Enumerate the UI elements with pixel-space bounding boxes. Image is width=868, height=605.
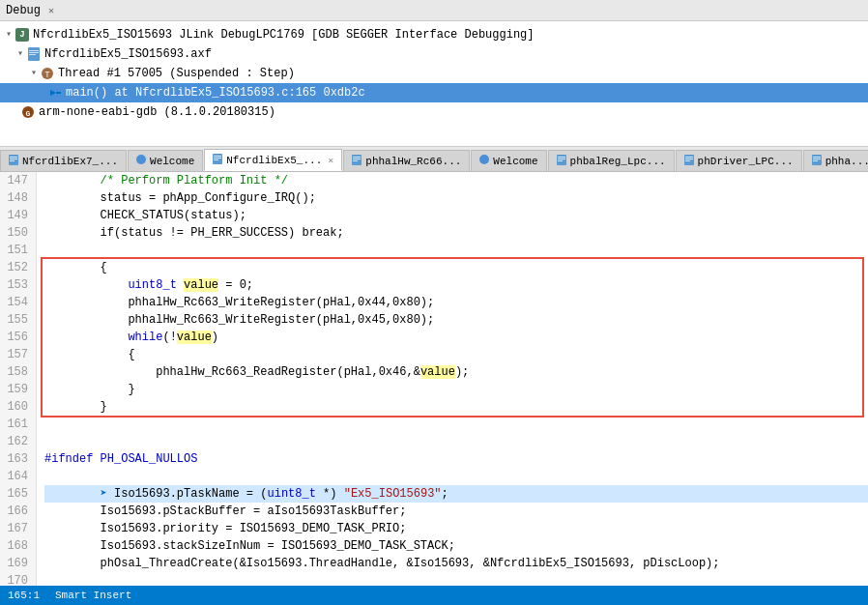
- tree-item-gdb[interactable]: Garm-none-eabi-gdb (8.1.0.20180315): [0, 102, 868, 122]
- tree-icon-links: J: [14, 27, 30, 43]
- line-number-151: 151: [4, 242, 28, 259]
- line-numbers: 1471481491501511521531541551561571581591…: [0, 172, 37, 586]
- code-line-155: phhalHw_Rc663_WriteRegister(pHal,0x45,0x…: [44, 311, 868, 329]
- code-line-164: [44, 468, 868, 485]
- line-number-165: 165: [4, 485, 28, 503]
- code-line-149: CHECK_STATUS(status);: [44, 207, 868, 224]
- tree-item-root[interactable]: ▾JNfcrdlibEx5_ISO15693 JLink DebugLPC176…: [0, 25, 868, 44]
- tab-label: NfcrdlibEx7_...: [22, 156, 118, 167]
- tab-phbalReg[interactable]: phbalReg_Lpc...: [548, 150, 675, 171]
- line-number-157: 157: [4, 346, 28, 363]
- tab-icon-file: [352, 155, 362, 168]
- code-line-156: while(!value): [44, 329, 868, 346]
- svg-rect-7: [56, 92, 61, 94]
- tab-bar: NfcrdlibEx7_...WelcomeNfcrdlibEx5_...✕ph…: [0, 147, 868, 172]
- svg-rect-2: [29, 52, 39, 53]
- svg-rect-14: [213, 154, 222, 164]
- tab-phha2[interactable]: phha...: [803, 150, 868, 171]
- svg-rect-12: [10, 158, 17, 159]
- tab-icon-file: [684, 155, 694, 168]
- line-number-170: 170: [4, 572, 28, 586]
- svg-rect-20: [353, 158, 361, 159]
- tree-label: NfcrdlibEx5_ISO15693.axf: [44, 45, 212, 63]
- tree-icon-file: [26, 46, 42, 62]
- code-line-150: if(status != PH_ERR_SUCCESS) break;: [44, 224, 868, 242]
- svg-rect-16: [214, 158, 221, 158]
- svg-rect-18: [352, 155, 362, 165]
- svg-rect-30: [812, 155, 822, 165]
- code-line-159: }: [44, 381, 868, 398]
- svg-marker-6: [50, 90, 56, 96]
- svg-rect-25: [558, 160, 563, 161]
- toolbar-title: Debug ✕: [6, 4, 54, 17]
- chevron-icon: ▾: [17, 45, 23, 63]
- code-line-151: [44, 242, 868, 259]
- code-area: 1471481491501511521531541551561571581591…: [0, 172, 868, 586]
- svg-rect-24: [558, 158, 565, 159]
- svg-rect-26: [684, 155, 694, 165]
- code-line-147: /* Perform Platform Init */: [44, 172, 868, 189]
- tab-nfcrdlib5[interactable]: NfcrdlibEx5_...✕: [204, 149, 342, 171]
- tab-welcome2[interactable]: Welcome: [471, 150, 546, 171]
- tab-phDriver[interactable]: phDriver_LPC...: [676, 150, 802, 171]
- tree-label: Thread #1 57005 (Suspended : Step): [58, 65, 295, 82]
- tab-icon-file: [557, 155, 566, 168]
- tree-item-thread[interactable]: ▾TThread #1 57005 (Suspended : Step): [0, 64, 868, 83]
- svg-text:T: T: [44, 71, 50, 80]
- tab-icon-file: [812, 155, 822, 168]
- svg-rect-29: [685, 160, 690, 161]
- toolbar: Debug ✕: [0, 0, 868, 21]
- tab-phhalHw[interactable]: phhalHw_Rc66...: [343, 150, 470, 171]
- svg-rect-23: [558, 157, 565, 158]
- svg-rect-1: [29, 50, 39, 51]
- svg-rect-11: [10, 157, 17, 158]
- code-line-161: [44, 416, 868, 433]
- code-content[interactable]: /* Perform Platform Init */ status = phA…: [37, 172, 868, 586]
- code-line-158: phhalHw_Rc663_ReadRegister(pHal,0x46,&va…: [44, 363, 868, 381]
- line-number-164: 164: [4, 468, 28, 485]
- line-number-149: 149: [4, 207, 28, 224]
- status-bar: 165:1 Smart Insert: [0, 586, 868, 605]
- line-number-159: 159: [4, 381, 28, 398]
- chevron-icon: ▾: [6, 26, 12, 43]
- tab-label: phhalHw_Rc66...: [365, 156, 461, 167]
- svg-rect-27: [685, 157, 693, 158]
- tab-icon-file: [9, 155, 18, 168]
- line-number-155: 155: [4, 311, 28, 329]
- tree-icon-thread: T: [40, 66, 55, 81]
- line-number-158: 158: [4, 363, 28, 381]
- tab-label: Welcome: [150, 156, 194, 167]
- code-line-160: }: [44, 398, 868, 416]
- tree-item-main[interactable]: main() at NfcrdlibEx5_ISO15693.c:165 0xd…: [0, 83, 868, 102]
- code-line-154: phhalHw_Rc663_WriteRegister(pHal,0x44,0x…: [44, 294, 868, 311]
- tab-icon-file: [213, 154, 222, 167]
- tree-item-axf[interactable]: ▾NfcrdlibEx5_ISO15693.axf: [0, 44, 868, 64]
- debug-panel: ▾JNfcrdlibEx5_ISO15693 JLink DebugLPC176…: [0, 21, 868, 147]
- svg-rect-28: [685, 158, 693, 159]
- tab-nfcrdlib7[interactable]: NfcrdlibEx7_...: [0, 150, 127, 171]
- tree-label: main() at NfcrdlibEx5_ISO15693.c:165 0xd…: [66, 84, 365, 101]
- tab-label: NfcrdlibEx5_...: [226, 155, 322, 166]
- tab-close-icon[interactable]: ✕: [328, 155, 333, 166]
- code-line-157: {: [44, 346, 868, 363]
- line-number-153: 153: [4, 276, 28, 294]
- line-number-160: 160: [4, 398, 28, 416]
- debug-label: Debug: [6, 4, 41, 17]
- code-line-163: #ifndef PH_OSAL_NULLOS: [44, 450, 868, 468]
- line-number-169: 169: [4, 555, 28, 572]
- line-number-161: 161: [4, 416, 28, 433]
- tab-welcome1[interactable]: Welcome: [128, 150, 203, 171]
- tab-icon-blue-dot: [136, 155, 146, 167]
- line-number-147: 147: [4, 172, 28, 189]
- line-number-168: 168: [4, 537, 28, 555]
- code-block-wrapper: /* Perform Platform Init */ status = phA…: [44, 172, 868, 586]
- line-number-163: 163: [4, 450, 28, 468]
- tab-icon-blue-dot: [479, 155, 489, 167]
- svg-rect-21: [353, 160, 358, 161]
- code-line-148: status = phApp_Configure_IRQ();: [44, 189, 868, 207]
- tab-label: phDriver_LPC...: [698, 156, 794, 167]
- svg-rect-15: [214, 156, 221, 157]
- svg-rect-31: [813, 157, 821, 158]
- code-line-170: [44, 572, 868, 586]
- toolbar-close-icon[interactable]: ✕: [48, 5, 54, 16]
